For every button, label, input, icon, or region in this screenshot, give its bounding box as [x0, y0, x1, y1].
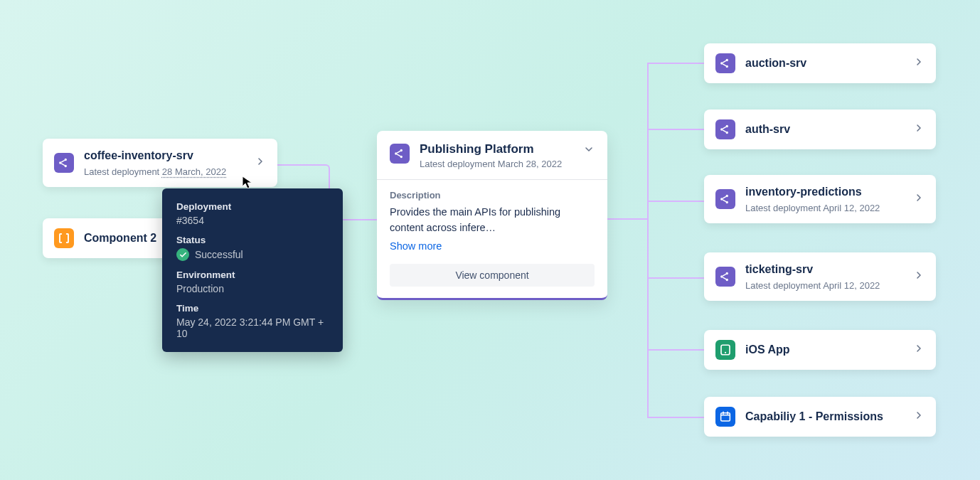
node-subtitle: Latest deployment 28 March, 2022: [84, 166, 246, 177]
center-header: Publishing Platform Latest deployment Ma…: [377, 131, 607, 180]
description-label: Description: [390, 190, 595, 201]
node-subtitle: Latest deployment April 12, 2022: [745, 280, 905, 291]
node-auth-srv[interactable]: auth-srv: [704, 110, 936, 149]
node-ticketing-srv[interactable]: ticketing-srv Latest deployment April 12…: [704, 252, 936, 301]
node-title: auth-srv: [745, 122, 905, 137]
node-inventory-predictions[interactable]: inventory-predictions Latest deployment …: [704, 175, 936, 223]
node-title: iOS App: [745, 343, 905, 358]
chevron-right-icon: [913, 410, 925, 424]
view-component-button[interactable]: View component: [390, 264, 595, 287]
chevron-down-icon[interactable]: [583, 144, 595, 158]
tooltip-status-text: Successful: [195, 249, 243, 260]
share-icon: [715, 53, 735, 73]
tooltip-deployment-value: #3654: [176, 215, 329, 226]
calendar-icon: [715, 407, 735, 427]
tooltip-deployment-label: Deployment: [176, 201, 329, 212]
deployment-tooltip: Deployment #3654 Status Successful Envir…: [162, 188, 343, 352]
tooltip-status-label: Status: [176, 235, 329, 245]
tooltip-env-value: Production: [176, 283, 329, 294]
node-capability-permissions[interactable]: Capabiliy 1 - Permissions: [704, 397, 936, 437]
deploy-prefix: Latest deployment: [84, 166, 162, 177]
chevron-right-icon: [913, 343, 925, 357]
node-title: auction-srv: [745, 56, 905, 71]
node-title: ticketing-srv: [745, 262, 905, 277]
device-icon: [715, 340, 735, 360]
brackets-icon: [54, 228, 74, 248]
tooltip-time-value: May 24, 2022 3:21:44 PM GMT + 10: [176, 316, 329, 339]
share-icon: [715, 119, 735, 139]
chevron-right-icon: [913, 122, 925, 137]
share-icon: [390, 144, 410, 164]
share-icon: [715, 189, 735, 209]
node-auction-srv[interactable]: auction-srv: [704, 43, 936, 83]
chevron-right-icon: [913, 192, 925, 206]
chevron-right-icon: [913, 56, 925, 70]
node-ios-app[interactable]: iOS App: [704, 330, 936, 370]
node-subtitle: Latest deployment April 12, 2022: [745, 203, 905, 213]
cursor-icon: [242, 176, 253, 190]
tooltip-status-value: Successful: [176, 248, 329, 261]
chevron-right-icon: [255, 156, 266, 170]
description-text: Provides the main APIs for publishing co…: [390, 205, 595, 236]
deploy-date-link[interactable]: 28 March, 2022: [162, 166, 226, 177]
node-title: inventory-predictions: [745, 185, 905, 200]
center-title: Publishing Platform: [420, 142, 583, 156]
tooltip-time-label: Time: [176, 303, 329, 314]
show-more-link[interactable]: Show more: [390, 240, 442, 252]
chevron-right-icon: [913, 270, 925, 284]
share-icon: [715, 267, 735, 287]
tooltip-env-label: Environment: [176, 270, 329, 280]
node-content: coffee-inventory-srv Latest deployment 2…: [84, 149, 246, 177]
node-title: coffee-inventory-srv: [84, 149, 246, 164]
center-subtitle: Latest deployment March 28, 2022: [420, 159, 583, 169]
node-title: Capabiliy 1 - Permissions: [745, 410, 905, 425]
node-publishing-platform-expanded: Publishing Platform Latest deployment Ma…: [377, 131, 607, 300]
success-icon: [176, 248, 189, 261]
share-icon: [54, 153, 74, 173]
